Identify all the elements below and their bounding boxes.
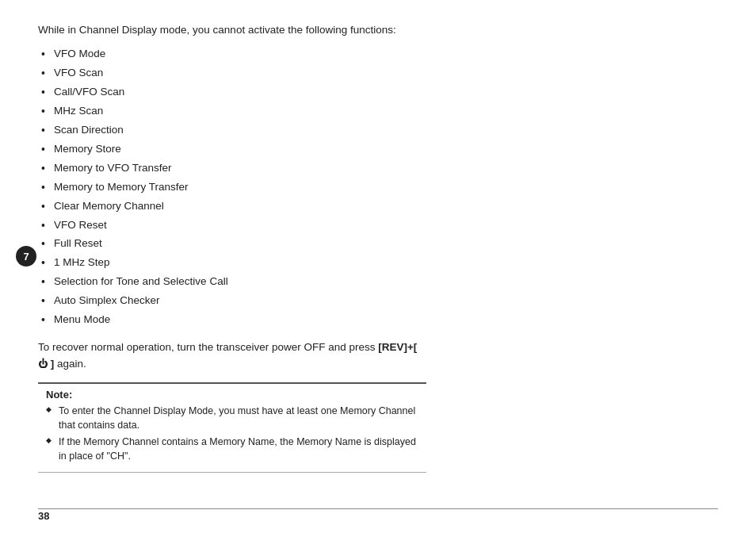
list-item: Memory Store: [38, 141, 718, 158]
list-item: Auto Simplex Checker: [38, 293, 718, 309]
list-item: Selection for Tone and Selective Call: [38, 274, 718, 290]
list-item: VFO Reset: [38, 217, 718, 234]
recovery-text: To recover normal operation, turn the tr…: [38, 339, 426, 373]
list-item: Full Reset: [38, 236, 718, 252]
list-item: Menu Mode: [38, 312, 718, 328]
bullet-list: VFO ModeVFO ScanCall/VFO ScanMHz ScanSca…: [38, 46, 718, 328]
note-label: Note:: [46, 389, 418, 401]
list-item: VFO Mode: [38, 46, 718, 63]
note-item: To enter the Channel Display Mode, you m…: [46, 404, 418, 432]
list-item: Call/VFO Scan: [38, 84, 718, 101]
bottom-line: [38, 508, 718, 509]
recovery-suffix: again.: [54, 358, 86, 370]
page-container: While in Channel Display mode, you canno…: [0, 0, 756, 533]
note-box: Note: To enter the Channel Display Mode,…: [38, 382, 426, 474]
list-item: Clear Memory Channel: [38, 198, 718, 215]
list-item: MHz Scan: [38, 103, 718, 120]
note-item: If the Memory Channel contains a Memory …: [46, 435, 418, 463]
list-item: Scan Direction: [38, 122, 718, 139]
list-item: Memory to Memory Transfer: [38, 179, 718, 196]
power-symbol: ⏻: [38, 359, 48, 370]
page-number: 38: [38, 510, 49, 522]
note-items: To enter the Channel Display Mode, you m…: [46, 404, 418, 464]
intro-text: While in Channel Display mode, you canno…: [38, 22, 418, 38]
list-item: Memory to VFO Transfer: [38, 160, 718, 177]
chapter-badge: 7: [16, 246, 36, 266]
list-item: 1 MHz Step: [38, 255, 718, 271]
recovery-prefix: To recover normal operation, turn the tr…: [38, 341, 378, 353]
list-item: VFO Scan: [38, 65, 718, 82]
